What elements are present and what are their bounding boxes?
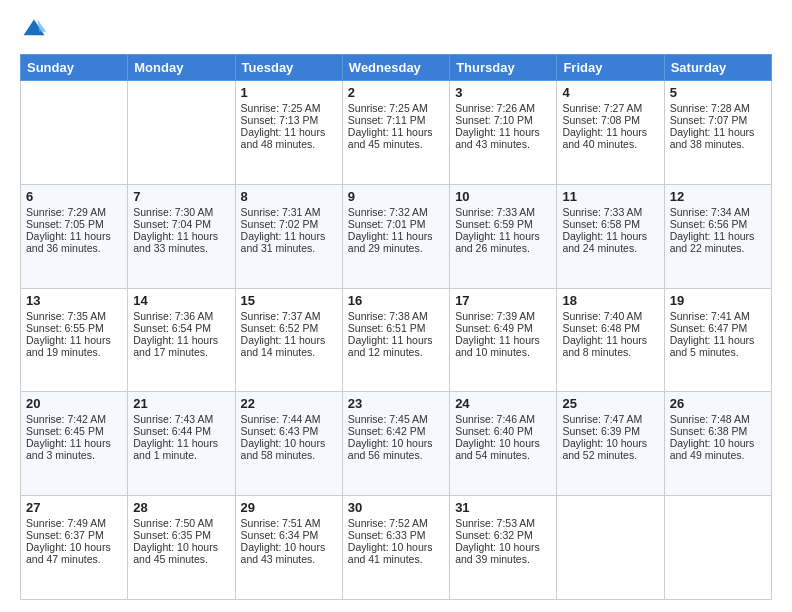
daylight-text: Daylight: 10 hours and 49 minutes. [670,437,755,461]
daylight-text: Daylight: 10 hours and 39 minutes. [455,541,540,565]
sunset-text: Sunset: 7:10 PM [455,114,533,126]
daylight-text: Daylight: 11 hours and 8 minutes. [562,334,647,358]
calendar-cell: 9Sunrise: 7:32 AMSunset: 7:01 PMDaylight… [342,184,449,288]
day-header-friday: Friday [557,55,664,81]
day-number: 3 [455,85,551,100]
daylight-text: Daylight: 11 hours and 10 minutes. [455,334,540,358]
sunset-text: Sunset: 6:49 PM [455,322,533,334]
day-number: 14 [133,293,229,308]
calendar-cell: 15Sunrise: 7:37 AMSunset: 6:52 PMDayligh… [235,288,342,392]
day-number: 26 [670,396,766,411]
calendar-cell: 19Sunrise: 7:41 AMSunset: 6:47 PMDayligh… [664,288,771,392]
daylight-text: Daylight: 11 hours and 17 minutes. [133,334,218,358]
daylight-text: Daylight: 11 hours and 14 minutes. [241,334,326,358]
sunrise-text: Sunrise: 7:41 AM [670,310,750,322]
calendar-cell: 11Sunrise: 7:33 AMSunset: 6:58 PMDayligh… [557,184,664,288]
sunrise-text: Sunrise: 7:27 AM [562,102,642,114]
sunset-text: Sunset: 7:11 PM [348,114,426,126]
day-number: 18 [562,293,658,308]
daylight-text: Daylight: 11 hours and 40 minutes. [562,126,647,150]
daylight-text: Daylight: 10 hours and 43 minutes. [241,541,326,565]
sunset-text: Sunset: 7:08 PM [562,114,640,126]
day-number: 21 [133,396,229,411]
calendar-cell: 23Sunrise: 7:45 AMSunset: 6:42 PMDayligh… [342,392,449,496]
calendar-cell: 10Sunrise: 7:33 AMSunset: 6:59 PMDayligh… [450,184,557,288]
calendar-week-row: 1Sunrise: 7:25 AMSunset: 7:13 PMDaylight… [21,81,772,185]
calendar-cell: 17Sunrise: 7:39 AMSunset: 6:49 PMDayligh… [450,288,557,392]
calendar-cell: 8Sunrise: 7:31 AMSunset: 7:02 PMDaylight… [235,184,342,288]
day-number: 31 [455,500,551,515]
sunrise-text: Sunrise: 7:49 AM [26,517,106,529]
calendar-cell: 3Sunrise: 7:26 AMSunset: 7:10 PMDaylight… [450,81,557,185]
sunrise-text: Sunrise: 7:29 AM [26,206,106,218]
sunrise-text: Sunrise: 7:38 AM [348,310,428,322]
day-header-thursday: Thursday [450,55,557,81]
day-number: 12 [670,189,766,204]
sunset-text: Sunset: 6:44 PM [133,425,211,437]
daylight-text: Daylight: 10 hours and 45 minutes. [133,541,218,565]
calendar-cell [21,81,128,185]
daylight-text: Daylight: 11 hours and 24 minutes. [562,230,647,254]
sunset-text: Sunset: 6:33 PM [348,529,426,541]
sunset-text: Sunset: 6:52 PM [241,322,319,334]
calendar: SundayMondayTuesdayWednesdayThursdayFrid… [20,54,772,600]
sunset-text: Sunset: 6:40 PM [455,425,533,437]
calendar-week-row: 27Sunrise: 7:49 AMSunset: 6:37 PMDayligh… [21,496,772,600]
daylight-text: Daylight: 11 hours and 26 minutes. [455,230,540,254]
daylight-text: Daylight: 10 hours and 54 minutes. [455,437,540,461]
sunset-text: Sunset: 6:35 PM [133,529,211,541]
daylight-text: Daylight: 11 hours and 5 minutes. [670,334,755,358]
calendar-week-row: 6Sunrise: 7:29 AMSunset: 7:05 PMDaylight… [21,184,772,288]
day-header-wednesday: Wednesday [342,55,449,81]
day-number: 22 [241,396,337,411]
sunrise-text: Sunrise: 7:37 AM [241,310,321,322]
day-number: 16 [348,293,444,308]
calendar-cell: 28Sunrise: 7:50 AMSunset: 6:35 PMDayligh… [128,496,235,600]
sunrise-text: Sunrise: 7:51 AM [241,517,321,529]
day-number: 1 [241,85,337,100]
daylight-text: Daylight: 11 hours and 45 minutes. [348,126,433,150]
sunrise-text: Sunrise: 7:31 AM [241,206,321,218]
sunrise-text: Sunrise: 7:33 AM [562,206,642,218]
daylight-text: Daylight: 11 hours and 31 minutes. [241,230,326,254]
header [20,16,772,44]
daylight-text: Daylight: 10 hours and 41 minutes. [348,541,433,565]
calendar-cell: 16Sunrise: 7:38 AMSunset: 6:51 PMDayligh… [342,288,449,392]
logo [20,16,52,44]
calendar-cell [664,496,771,600]
daylight-text: Daylight: 10 hours and 47 minutes. [26,541,111,565]
daylight-text: Daylight: 11 hours and 43 minutes. [455,126,540,150]
daylight-text: Daylight: 10 hours and 52 minutes. [562,437,647,461]
calendar-cell: 14Sunrise: 7:36 AMSunset: 6:54 PMDayligh… [128,288,235,392]
calendar-cell: 31Sunrise: 7:53 AMSunset: 6:32 PMDayligh… [450,496,557,600]
sunrise-text: Sunrise: 7:35 AM [26,310,106,322]
day-number: 27 [26,500,122,515]
calendar-cell: 18Sunrise: 7:40 AMSunset: 6:48 PMDayligh… [557,288,664,392]
sunrise-text: Sunrise: 7:40 AM [562,310,642,322]
daylight-text: Daylight: 10 hours and 56 minutes. [348,437,433,461]
sunset-text: Sunset: 6:55 PM [26,322,104,334]
sunrise-text: Sunrise: 7:32 AM [348,206,428,218]
sunrise-text: Sunrise: 7:25 AM [241,102,321,114]
daylight-text: Daylight: 11 hours and 1 minute. [133,437,218,461]
sunset-text: Sunset: 6:59 PM [455,218,533,230]
sunrise-text: Sunrise: 7:25 AM [348,102,428,114]
calendar-cell: 2Sunrise: 7:25 AMSunset: 7:11 PMDaylight… [342,81,449,185]
sunset-text: Sunset: 7:04 PM [133,218,211,230]
sunset-text: Sunset: 7:02 PM [241,218,319,230]
sunrise-text: Sunrise: 7:43 AM [133,413,213,425]
calendar-cell: 4Sunrise: 7:27 AMSunset: 7:08 PMDaylight… [557,81,664,185]
daylight-text: Daylight: 11 hours and 19 minutes. [26,334,111,358]
day-number: 8 [241,189,337,204]
daylight-text: Daylight: 10 hours and 58 minutes. [241,437,326,461]
calendar-cell: 24Sunrise: 7:46 AMSunset: 6:40 PMDayligh… [450,392,557,496]
day-number: 11 [562,189,658,204]
sunset-text: Sunset: 6:39 PM [562,425,640,437]
sunrise-text: Sunrise: 7:42 AM [26,413,106,425]
sunrise-text: Sunrise: 7:48 AM [670,413,750,425]
daylight-text: Daylight: 11 hours and 3 minutes. [26,437,111,461]
sunset-text: Sunset: 6:32 PM [455,529,533,541]
sunset-text: Sunset: 6:38 PM [670,425,748,437]
calendar-cell: 20Sunrise: 7:42 AMSunset: 6:45 PMDayligh… [21,392,128,496]
daylight-text: Daylight: 11 hours and 33 minutes. [133,230,218,254]
